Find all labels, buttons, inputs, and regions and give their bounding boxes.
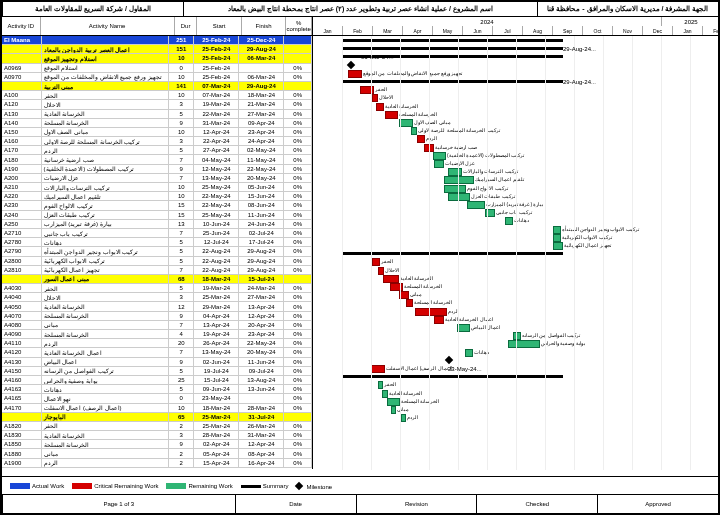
- table-row: A4160بوابة وصفية والحراس2515-Jul-2413-Au…: [2, 376, 312, 385]
- bar-label: تركيب الفواصل من الرسانه: [522, 332, 580, 338]
- milestone-label: 06-Mar-24...: [361, 54, 394, 60]
- milestone-label: 23-May-24...: [448, 366, 482, 372]
- footer-approved: Approved: [597, 495, 718, 513]
- col-id: Activity ID: [2, 17, 41, 35]
- table-row: A0970تجهيز ورفع جميع الانقاض والمخلفات م…: [2, 73, 312, 82]
- table-row: A240تركيب طبقات العزل1525-May-2411-Jun-2…: [2, 211, 312, 220]
- table-row: A2790تركيب الابواب ونجير الدواجن المبتدأ…: [2, 247, 312, 256]
- bar-label: الخرسانة المسلحة: [401, 398, 439, 404]
- summary-bar: [343, 80, 563, 83]
- bar-label: الخرسانة العادية: [385, 103, 418, 109]
- bar-label: الردم: [407, 414, 418, 420]
- bar-label: تجهيز ورفع جميع الانقاض والمخلفات من الم…: [363, 70, 462, 76]
- footer: Page 1 of 3 Date Revision Checked Approv…: [2, 494, 718, 513]
- month-cell: Oct: [583, 26, 613, 35]
- month-cell: Dec: [643, 26, 673, 35]
- table-row: اعمال العصر تربية الدواجن بالمعاد15125-F…: [2, 45, 312, 54]
- table-row: A2710تركيب باب جانبي725-Jun-2402-Jul-240…: [2, 229, 312, 238]
- bar-label: مباني: [410, 291, 422, 297]
- timeline-header: 20242025 JanFebMarAprMayJunJulAugSepOctN…: [313, 17, 720, 36]
- table-row: A200عزل الارضيات713-May-2420-May-240%: [2, 174, 312, 183]
- bar-label: بوابة وصفية والحراس: [541, 340, 585, 346]
- summary-bar: [343, 39, 563, 42]
- month-cell: Mar: [373, 26, 403, 35]
- table-row: A210تركيب الترسات والبارالات1025-May-240…: [2, 183, 312, 192]
- month-cell: May: [433, 26, 463, 35]
- bar-label: اعمال الخرسانة العادية: [445, 316, 493, 322]
- bar-label: مباني: [397, 406, 409, 412]
- table-row: البايوجاز6525-Mar-2431-Jul-24: [2, 413, 312, 422]
- bar-label: اعمال البياض: [471, 324, 500, 330]
- bar-label: الاحلال: [379, 94, 393, 100]
- table-row: A1820الحفر225-Mar-2426-Mar-240%: [2, 422, 312, 431]
- bar-label: الخرسانة المسلحة: [414, 299, 452, 305]
- table-row: El Maana25125-Feb-2425-Dec-24: [2, 36, 312, 45]
- col-name: Activity Name: [41, 17, 175, 35]
- table-row: A1830الخرسانة العادية328-Mar-2431-Mar-24…: [2, 431, 312, 440]
- month-cell: Nov: [613, 26, 643, 35]
- col-dur: Dur: [175, 17, 198, 35]
- bar-label: الخرسانة المسلحة: [404, 283, 442, 289]
- table-row: A130الخرسانة العادية522-Mar-2427-Mar-240…: [2, 110, 312, 119]
- bar-label: الحفر: [375, 86, 387, 92]
- bar-label: تركيب طبقات العزل: [471, 193, 515, 199]
- legend: Actual Work Critical Remaining Work Rema…: [2, 476, 718, 495]
- month-cell: Feb: [703, 26, 720, 35]
- table-row: A140الخرسانة المسلحة931-Mar-2409-Apr-240…: [2, 119, 312, 128]
- footer-page: Page 1 of 3: [2, 495, 235, 513]
- month-row: JanFebMarAprMayJunJulAugSepOctNovDecJanF…: [313, 26, 720, 35]
- table-row: A4050الخرسانة العادية1229-Mar-2413-Apr-2…: [2, 302, 312, 311]
- table-row: A220تلقيم اعمال السيراميك1022-May-2415-J…: [2, 192, 312, 201]
- activity-table: Activity ID Activity Name Dur Start Fini…: [2, 17, 313, 469]
- legend-summary: Summary: [241, 483, 289, 489]
- footer-checked: Checked: [476, 495, 597, 513]
- footer-rev: Revision: [356, 495, 477, 513]
- col-finish: Finish: [242, 17, 286, 35]
- summary-bar: [343, 375, 563, 378]
- footer-date: Date: [235, 495, 356, 513]
- table-row: A1880مباني205-Apr-2408-Apr-240%: [2, 449, 312, 458]
- gantt-chart: تجهيز ورفع جميع الانقاض والمخلفات من الم…: [313, 36, 720, 470]
- table-row: A4120اعمال الخرسانة العادية713-May-2420-…: [2, 348, 312, 357]
- legend-milestone: Milestone: [296, 483, 332, 490]
- summary-bar: [343, 47, 563, 50]
- bar-label: الحفر: [381, 258, 393, 264]
- table-row: A2800تركيب الابواب الكهربائية522-Aug-242…: [2, 257, 312, 266]
- table-row: A4130اعمال البياض902-Jun-2411-Jun-240%: [2, 358, 312, 367]
- table-row: A4040الاحلال325-Mar-2427-Mar-240%: [2, 293, 312, 302]
- table-row: A120الاحلال319-Mar-2421-Mar-240%: [2, 100, 312, 109]
- table-row: A230تركيب الالواح الفوم1522-May-2408-Jun…: [2, 201, 312, 210]
- bar-label: الحفر: [384, 381, 396, 387]
- col-complete: % complete: [286, 17, 312, 35]
- legend-remaining: Remaining Work: [166, 483, 232, 489]
- body: Activity ID Activity Name Dur Start Fini…: [2, 17, 718, 469]
- table-row: A2810تجهيز اعمال الكهربائية722-Aug-2429-…: [2, 266, 312, 275]
- table-row: A4110الردم2026-Apr-2422-May-240%: [2, 339, 312, 348]
- table-row: A4090الخرسانة المسلحة419-Apr-2423-Apr-24…: [2, 330, 312, 339]
- bar-label: صب ارضية خرسانية: [435, 144, 477, 150]
- table-row: A4163دهانات509-Jun-2413-Jun-240%: [2, 385, 312, 394]
- table-row: A0969استلام الموقع025-Feb-240%: [2, 64, 312, 73]
- bar-label: الخرسانة المسلحة: [399, 111, 437, 117]
- table-row: A160تركيب الخرسانة المسلحة للرصة الاولى3…: [2, 137, 312, 146]
- milestone-label: 29-Aug-24...: [563, 79, 596, 85]
- month-cell: Jan: [673, 26, 703, 35]
- month-cell: Feb: [343, 26, 373, 35]
- milestone-diamond: [445, 356, 453, 364]
- bar-label: الردم: [426, 135, 437, 141]
- table-row: مبنى اعمال السور6818-Mar-2415-Jul-24: [2, 275, 312, 284]
- bar-label: عزل الارضيات: [445, 160, 475, 166]
- table-row: A4070الخرسانة المسلحة904-Apr-2412-Apr-24…: [2, 312, 312, 321]
- table-row: A4170(اعمال الرصف) اعمال الاسفلت1018-Mar…: [2, 404, 312, 413]
- table-row: A4080مباني713-Apr-2420-Apr-240%: [2, 321, 312, 330]
- col-start: Start: [197, 17, 241, 35]
- table-row: A1850الخرسانة المسلحة902-Apr-2412-Apr-24…: [2, 440, 312, 449]
- gantt-bar: [401, 414, 406, 422]
- bar-label: تركيب الترسات والبارالات: [463, 168, 518, 174]
- gantt-area: 20242025 JanFebMarAprMayJunJulAugSepOctN…: [313, 17, 720, 469]
- summary-bar: [343, 252, 563, 255]
- milestone-label: 29-Aug-24...: [563, 46, 596, 52]
- table-header: Activity ID Activity Name Dur Start Fini…: [2, 17, 312, 36]
- legend-actual: Actual Work: [10, 483, 64, 489]
- bar-label: بيارة (غرفة تبريد) الميزارب: [486, 201, 544, 207]
